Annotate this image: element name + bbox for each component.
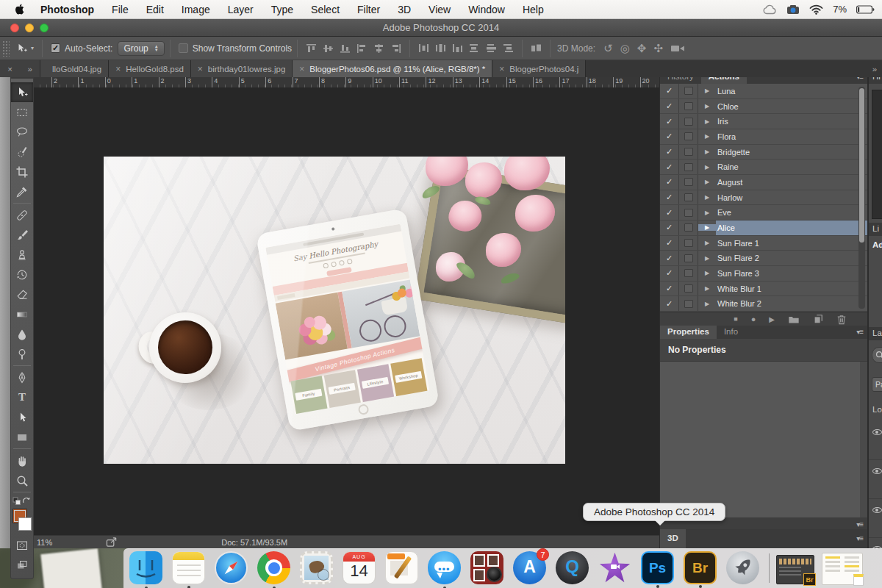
rectangle-tool[interactable] — [11, 427, 33, 447]
action-dialog-toggle[interactable] — [679, 282, 698, 296]
new-set-button[interactable] — [788, 315, 800, 324]
move-tool[interactable] — [11, 82, 33, 102]
align-left-edges-button[interactable] — [355, 42, 369, 54]
action-name[interactable]: Chloe — [716, 99, 867, 114]
distribute-vertical-centers-button[interactable] — [434, 42, 448, 54]
quick-selection-tool[interactable] — [11, 142, 33, 162]
expand-triangle-icon[interactable]: ▶ — [698, 103, 716, 110]
3d-roll-icon[interactable]: ◎ — [620, 42, 630, 55]
expand-triangle-icon[interactable]: ▶ — [698, 87, 716, 94]
menu-item[interactable]: Image — [173, 4, 219, 15]
dock-notes-window-thumb[interactable] — [822, 553, 863, 585]
eyedropper-tool[interactable] — [11, 182, 33, 201]
stop-playing-button[interactable]: ■ — [734, 315, 737, 323]
action-row[interactable]: ✓ ▶ Raine — [660, 159, 867, 175]
rectangular-marquee-tool[interactable] — [11, 102, 33, 122]
action-dialog-toggle[interactable] — [679, 145, 698, 159]
expand-triangle-icon[interactable]: ▶ — [698, 270, 716, 276]
distribute-right-edges-button[interactable] — [501, 42, 515, 54]
gradient-tool[interactable] — [11, 304, 33, 324]
tab-close-icon[interactable]: × — [299, 64, 304, 74]
action-include-checkmark[interactable]: ✓ — [660, 251, 679, 265]
menu-item[interactable]: Photoshop — [39, 4, 103, 15]
new-action-button[interactable] — [813, 314, 823, 324]
action-include-checkmark[interactable]: ✓ — [660, 159, 679, 174]
layer-visibility-eye-icon[interactable] — [872, 468, 882, 474]
action-dialog-toggle[interactable] — [679, 236, 698, 251]
action-row[interactable]: ✓ ▶ August — [660, 175, 867, 190]
tab-close-icon[interactable]: × — [198, 64, 203, 74]
panel-menu-icon[interactable]: ▾≡ — [852, 529, 867, 548]
action-name[interactable]: Flora — [716, 129, 867, 144]
action-include-checkmark[interactable]: ✓ — [660, 114, 679, 129]
action-name[interactable]: Sun Flare 3 — [716, 266, 867, 281]
menu-item[interactable]: Select — [302, 4, 348, 15]
action-row[interactable]: ✓ ▶ Sun Flare 3 — [660, 266, 867, 282]
action-dialog-toggle[interactable] — [679, 159, 698, 174]
action-row[interactable]: ✓ ▶ Chloe — [660, 99, 867, 115]
action-row[interactable]: ✓ ▶ White Blur 2 — [660, 296, 867, 312]
action-dialog-toggle[interactable] — [679, 175, 698, 190]
clone-stamp-tool[interactable] — [11, 245, 33, 265]
action-name[interactable]: Harlow — [716, 190, 867, 205]
type-tool[interactable]: T — [11, 387, 33, 407]
quick-mask-button[interactable] — [11, 535, 33, 555]
screen-mode-button[interactable] — [11, 555, 33, 575]
expand-triangle-icon[interactable]: ▶ — [698, 148, 716, 155]
delete-button[interactable] — [836, 314, 847, 325]
align-vertical-centers-button[interactable] — [321, 42, 335, 54]
menu-item[interactable]: Filter — [348, 4, 389, 15]
show-transform-checkbox[interactable] — [179, 43, 188, 53]
dock-notes-icon[interactable] — [172, 551, 205, 584]
begin-recording-button[interactable]: ● — [751, 315, 756, 323]
menu-item[interactable]: View — [420, 4, 459, 15]
align-right-edges-button[interactable] — [389, 42, 403, 54]
expand-triangle-icon[interactable]: ▶ — [698, 179, 716, 185]
layer-filter-search-icon[interactable] — [872, 347, 882, 363]
tab-info[interactable]: Info — [717, 326, 745, 339]
action-row[interactable]: ✓ ▶ Flora — [660, 129, 867, 145]
document-tab[interactable]: ×birthday01lowres.jpg — [191, 60, 293, 77]
action-row[interactable]: ✓ ▶ White Blur 1 — [660, 282, 867, 297]
play-selection-button[interactable]: ▶ — [769, 315, 775, 323]
options-bar-grip[interactable] — [2, 40, 10, 57]
brush-tool[interactable] — [11, 225, 33, 245]
action-row[interactable]: ✓ ▶ Luna — [660, 84, 867, 99]
action-include-checkmark[interactable]: ✓ — [660, 236, 679, 251]
tab-layers-cut[interactable]: La — [869, 327, 882, 340]
path-selection-tool[interactable] — [11, 407, 33, 427]
distribute-bottom-edges-button[interactable] — [451, 42, 465, 54]
eraser-tool[interactable] — [11, 284, 33, 304]
auto-select-checkbox[interactable]: ✓ — [51, 43, 60, 53]
document-tab[interactable]: ×BloggerPhotos04.j — [492, 60, 586, 77]
layer-visibility-eye-icon[interactable] — [872, 429, 882, 435]
distribute-top-edges-button[interactable] — [417, 42, 431, 54]
3d-drag-icon[interactable]: ✥ — [637, 42, 647, 55]
doc-size-status[interactable]: Doc: 57.1M/93.5M — [221, 538, 287, 547]
expand-triangle-icon[interactable]: ▶ — [698, 255, 716, 262]
action-include-checkmark[interactable]: ✓ — [660, 205, 679, 220]
action-include-checkmark[interactable]: ✓ — [660, 190, 679, 205]
crop-tool[interactable] — [11, 162, 33, 182]
zoom-level-field[interactable]: 11% — [37, 538, 52, 547]
expand-triangle-icon[interactable]: ▶ — [698, 133, 716, 140]
document-photo[interactable]: Say Hello Photography — [104, 157, 565, 464]
action-row[interactable]: ✓ ▶ Eve — [660, 205, 867, 220]
action-row[interactable]: ✓ ▶ Harlow — [660, 190, 867, 206]
document-tab[interactable]: ×HelloGold8.psd — [109, 60, 191, 77]
action-dialog-toggle[interactable] — [679, 84, 698, 98]
dock-chrome-icon[interactable] — [257, 551, 290, 584]
action-row[interactable]: ✓ ▶ Alice — [660, 220, 867, 236]
action-row[interactable]: ✓ ▶ Sun Flare 2 — [660, 251, 867, 266]
dock-bridge-icon[interactable]: Br — [684, 551, 717, 584]
dock-launchpad-icon[interactable] — [726, 551, 759, 584]
background-color-swatch[interactable] — [18, 517, 32, 531]
expand-triangle-icon[interactable]: ▶ — [698, 118, 716, 125]
3d-camera-icon[interactable] — [670, 44, 685, 53]
share-icon[interactable] — [105, 537, 118, 548]
action-include-checkmark[interactable]: ✓ — [660, 296, 679, 311]
action-name[interactable]: Iris — [716, 114, 867, 129]
action-dialog-toggle[interactable] — [679, 114, 698, 129]
zoom-tool[interactable] — [11, 470, 33, 490]
action-row[interactable]: ✓ ▶ Iris — [660, 114, 867, 129]
